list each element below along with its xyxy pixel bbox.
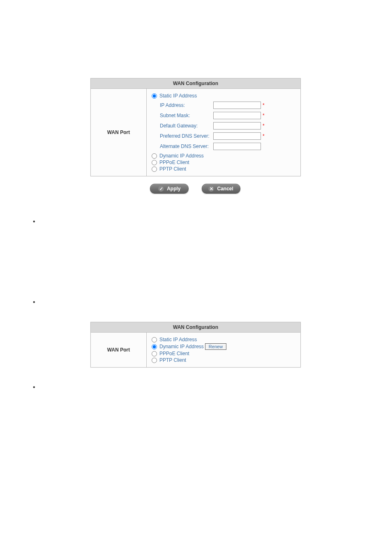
config-body-2: WAN Port Static IP Address Dynamic IP Ad… <box>91 333 300 367</box>
config-right-col-2: Static IP Address Dynamic IP Address Ren… <box>147 333 300 367</box>
field-subnet-row: Subnet Mask: * <box>160 112 295 119</box>
wan-config-box-2: WAN Configuration WAN Port Static IP Add… <box>90 322 301 368</box>
wan-port-label-1: WAN Port <box>91 89 147 176</box>
renew-button[interactable]: Renew <box>205 343 226 350</box>
radio2-pptp-label: PPTP Client <box>159 357 186 363</box>
radio-static-row[interactable]: Static IP Address <box>152 93 295 99</box>
dns1-required: * <box>263 133 265 139</box>
field-gateway-row: Default Gateway: * <box>160 122 295 130</box>
radio2-static[interactable] <box>152 337 157 342</box>
field-ip-row: IP Address: * <box>160 102 295 109</box>
ip-input[interactable] <box>213 102 261 109</box>
wan-port-label-2: WAN Port <box>91 333 147 367</box>
subnet-required: * <box>263 113 265 118</box>
radio2-static-label: Static IP Address <box>159 337 197 342</box>
radio2-pptp[interactable] <box>152 358 157 363</box>
field-dns1-row: Preferred DNS Server: * <box>160 132 295 140</box>
apply-label: Apply <box>167 186 180 192</box>
radio-dynamic[interactable] <box>152 153 157 159</box>
radio-pppoe-label: PPPoE Client <box>159 160 189 165</box>
config-header-1: WAN Configuration <box>91 79 300 89</box>
field-dns2-row: Alternate DNS Server: <box>160 143 295 150</box>
page-content: WAN Configuration WAN Port Static IP Add… <box>0 0 392 407</box>
dns2-label: Alternate DNS Server: <box>160 143 213 149</box>
radio2-pppoe-label: PPPoE Client <box>159 351 189 356</box>
radio-dynamic-label: Dynamic IP Address <box>159 153 204 159</box>
radio-pptp[interactable] <box>152 166 157 172</box>
gateway-input[interactable] <box>213 122 261 130</box>
ip-label: IP Address: <box>160 102 213 108</box>
config-body-1: WAN Port Static IP Address IP Address: *… <box>91 89 300 176</box>
dns1-label: Preferred DNS Server: <box>160 133 213 139</box>
apply-button[interactable]: Apply <box>150 184 189 194</box>
radio2-dynamic-label: Dynamic IP Address <box>159 344 204 349</box>
radio2-dynamic-row[interactable]: Dynamic IP Address Renew <box>152 343 295 350</box>
dns2-input[interactable] <box>213 143 261 150</box>
button-row: Apply Cancel <box>90 184 300 194</box>
bullet-2: • <box>33 299 367 305</box>
bullet-3: • <box>33 384 367 391</box>
wan-config-box-1: WAN Configuration WAN Port Static IP Add… <box>90 78 301 176</box>
gateway-label: Default Gateway: <box>160 123 213 129</box>
radio2-pppoe[interactable] <box>152 351 157 356</box>
radio2-dynamic[interactable] <box>152 344 157 349</box>
radio-static-label: Static IP Address <box>159 93 197 99</box>
radio2-static-row[interactable]: Static IP Address <box>152 337 295 342</box>
radio-pptp-label: PPTP Client <box>159 166 186 172</box>
config-header-2: WAN Configuration <box>91 322 300 333</box>
config-right-col-1: Static IP Address IP Address: * Subnet M… <box>147 89 300 176</box>
bullet-1: • <box>33 218 367 225</box>
radio-pppoe[interactable] <box>152 160 157 165</box>
radio-pptp-row[interactable]: PPTP Client <box>152 166 295 172</box>
check-icon <box>158 186 164 192</box>
x-icon <box>208 186 214 192</box>
radio2-pppoe-row[interactable]: PPPoE Client <box>152 351 295 356</box>
radio-dynamic-row[interactable]: Dynamic IP Address <box>152 153 295 159</box>
cancel-button[interactable]: Cancel <box>202 184 240 194</box>
subnet-label: Subnet Mask: <box>160 113 213 118</box>
radio2-pptp-row[interactable]: PPTP Client <box>152 357 295 363</box>
ip-required: * <box>263 102 265 108</box>
gateway-required: * <box>263 123 265 129</box>
cancel-label: Cancel <box>217 186 233 192</box>
subnet-input[interactable] <box>213 112 261 119</box>
dns1-input[interactable] <box>213 132 261 140</box>
radio-static[interactable] <box>152 93 157 99</box>
radio-pppoe-row[interactable]: PPPoE Client <box>152 160 295 165</box>
